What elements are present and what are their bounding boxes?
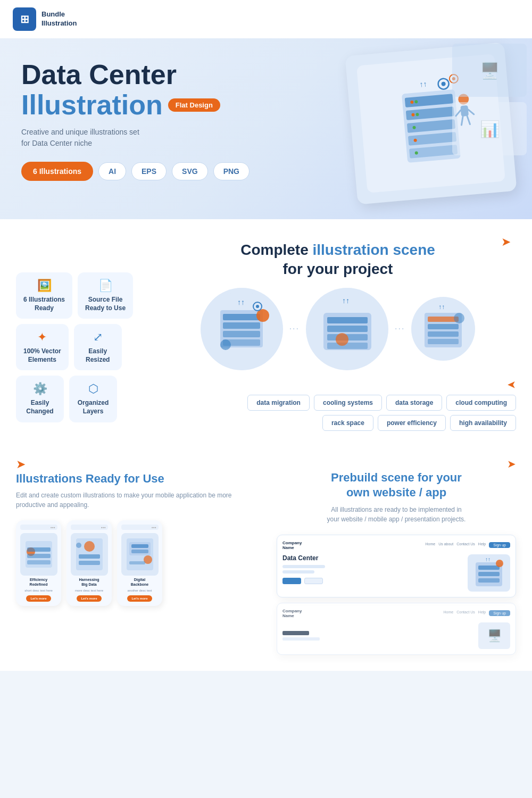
hero-subtitle: Illustration bbox=[21, 90, 163, 120]
scene-title-part3: for your project bbox=[283, 261, 393, 277]
nav2-link-about: Contact Us bbox=[456, 610, 475, 616]
svg-rect-37 bbox=[327, 317, 368, 323]
nav-link-help: Help bbox=[478, 542, 486, 548]
website2-illus: 🖥️ bbox=[478, 622, 510, 649]
website-mockup: CompanyName Home Us about Contact Us Hel… bbox=[277, 535, 516, 597]
feature-row-1: 🖼️ 6 IllustrationsReady 📄 Source FileRea… bbox=[16, 272, 149, 319]
mockup-desc-3: another desc text bbox=[127, 589, 152, 592]
svg-rect-38 bbox=[327, 326, 368, 332]
vector-icon: ✦ bbox=[37, 330, 47, 344]
website-cta-btns bbox=[282, 578, 462, 584]
tag-cloud-computing: cloud computing bbox=[446, 395, 516, 411]
tags-area: ➤ data migration cooling systems data st… bbox=[160, 379, 516, 431]
scene-circle-3: ↑↑ bbox=[411, 297, 475, 361]
format-tag-eps: EPS bbox=[131, 162, 167, 180]
website2-text-bar bbox=[282, 637, 320, 641]
feature-card-illustrations: 🖼️ 6 IllustrationsReady bbox=[16, 272, 72, 319]
illustrations-icon: 🖼️ bbox=[37, 279, 52, 293]
tag-cooling-systems: cooling systems bbox=[314, 395, 382, 411]
mockup-btn-2[interactable]: Let's more bbox=[77, 595, 101, 602]
bottom-section: ➤ Illustrations Ready for Use Edit and c… bbox=[0, 452, 532, 671]
svg-rect-40 bbox=[327, 343, 368, 349]
feature-card-layers: ⬡ OrganizedLayers bbox=[69, 376, 117, 422]
website-nav-links: Home Us about Contact Us Help Sign up bbox=[426, 542, 511, 548]
tag-high-availability: high availability bbox=[450, 415, 516, 431]
mockup-card-1: ●●● EfficiencyRedefined short desc text … bbox=[16, 520, 61, 606]
format-tag-png: PNG bbox=[213, 162, 250, 180]
svg-point-31 bbox=[220, 339, 231, 350]
svg-rect-26 bbox=[223, 314, 260, 320]
svg-point-57 bbox=[84, 541, 95, 552]
website2-hero-area: 🖥️ bbox=[282, 622, 510, 649]
prebuild-col: ➤ Prebuild scene for yourown website / a… bbox=[277, 452, 516, 655]
mockup-btn-1[interactable]: Let's more bbox=[26, 595, 51, 602]
hero-side-deco: 🖥️ 📊 bbox=[447, 38, 532, 219]
scene-circles-row: ↑↑ ··· ↑↑ bbox=[160, 288, 516, 370]
nav-link-contact: Contact Us bbox=[456, 542, 475, 548]
svg-point-34 bbox=[256, 305, 259, 308]
illustrations-label: 6 IllustrationsReady bbox=[23, 296, 65, 312]
circle-svg-2: ↑↑ bbox=[310, 292, 385, 366]
website-secondary-btn[interactable] bbox=[304, 578, 323, 584]
mockup-title-1: EfficiencyRedefined bbox=[30, 578, 48, 587]
website-mockup-2: CompanyName Home Contact Us Help Sign up… bbox=[277, 603, 516, 655]
svg-rect-69 bbox=[478, 572, 500, 576]
send-arrow-icon: ➤ bbox=[16, 458, 26, 471]
changed-label: EasilyChanged bbox=[26, 399, 53, 415]
layers-label: OrganizedLayers bbox=[78, 399, 109, 415]
prebuild-arrow-icon: ➤ bbox=[507, 458, 516, 470]
mockup-card-3: ●●● DigitalBackbone another des bbox=[117, 520, 162, 606]
mockup-title-2: HarnessingBig Data bbox=[79, 578, 99, 587]
hero-content: Data Center Illustration Flat Design Cre… bbox=[21, 60, 287, 197]
svg-rect-53 bbox=[27, 547, 51, 552]
website-hero-illus: ↑↑ bbox=[468, 554, 510, 592]
website-signup-btn[interactable]: Sign up bbox=[489, 542, 510, 548]
hero-section: Data Center Illustration Flat Design Cre… bbox=[0, 38, 532, 219]
svg-rect-70 bbox=[478, 578, 500, 583]
changed-icon: ⚙️ bbox=[33, 382, 47, 396]
svg-rect-59 bbox=[79, 561, 100, 565]
svg-point-41 bbox=[336, 333, 348, 346]
logo-icon: ⊞ bbox=[20, 13, 29, 26]
hero-title: Data Center bbox=[21, 60, 287, 90]
mockup-svg-2 bbox=[73, 536, 105, 573]
svg-rect-47 bbox=[428, 331, 459, 337]
mockup-desc-1: short desc text here bbox=[24, 589, 53, 592]
svg-rect-58 bbox=[79, 554, 100, 559]
website-logo-2: CompanyName bbox=[282, 609, 302, 618]
mockups-row: ●●● EfficiencyRedefined short desc text … bbox=[16, 520, 255, 606]
website-nav-2: CompanyName Home Contact Us Help Sign up bbox=[282, 609, 510, 618]
two-col-layout: ➤ Illustrations Ready for Use Edit and c… bbox=[16, 452, 516, 655]
website2-signup-btn[interactable]: Sign up bbox=[489, 610, 510, 616]
svg-rect-63 bbox=[131, 544, 148, 548]
svg-text:↑↑: ↑↑ bbox=[237, 298, 245, 306]
svg-point-71 bbox=[496, 560, 503, 567]
mockup-title-3: DigitalBackbone bbox=[131, 578, 148, 587]
hero-description: Creative and unique illustrations set fo… bbox=[21, 127, 287, 149]
website-hero-area: Data Center bbox=[282, 554, 510, 592]
website-primary-btn[interactable] bbox=[282, 578, 301, 584]
svg-rect-48 bbox=[428, 339, 459, 344]
svg-text:↑↑: ↑↑ bbox=[419, 79, 427, 88]
topic-tags-row2: rack space power efficiency high availab… bbox=[160, 415, 516, 431]
scene-title: Complete illustration scene for your pro… bbox=[160, 240, 516, 279]
scene-circle-1: ↑↑ bbox=[201, 288, 283, 370]
svg-text:↑↑: ↑↑ bbox=[438, 303, 445, 311]
mockup-card-2: ●●● HarnessingBig Data more desc text he… bbox=[66, 520, 112, 606]
mockup-btn-3[interactable]: Let's more bbox=[127, 595, 152, 602]
nav-link-home: Home bbox=[426, 542, 436, 548]
mockup-img-2 bbox=[71, 533, 108, 576]
resize-icon: ⤢ bbox=[93, 330, 103, 344]
website2-title-bar bbox=[282, 631, 309, 635]
arrow-deco-top: ➤ bbox=[501, 235, 511, 249]
format-tag-ai: AI bbox=[98, 162, 126, 180]
svg-rect-64 bbox=[131, 550, 148, 553]
svg-rect-66 bbox=[129, 561, 145, 564]
website-hero-text: Data Center bbox=[282, 554, 462, 584]
svg-rect-55 bbox=[27, 560, 51, 564]
features-section: 🖼️ 6 IllustrationsReady 📄 Source FileRea… bbox=[0, 219, 532, 452]
svg-text:↑↑: ↑↑ bbox=[485, 557, 491, 562]
website-text-line-1 bbox=[282, 565, 325, 568]
tag-rack-space: rack space bbox=[322, 415, 373, 431]
feature-card-changed: ⚙️ EasilyChanged bbox=[16, 376, 64, 422]
